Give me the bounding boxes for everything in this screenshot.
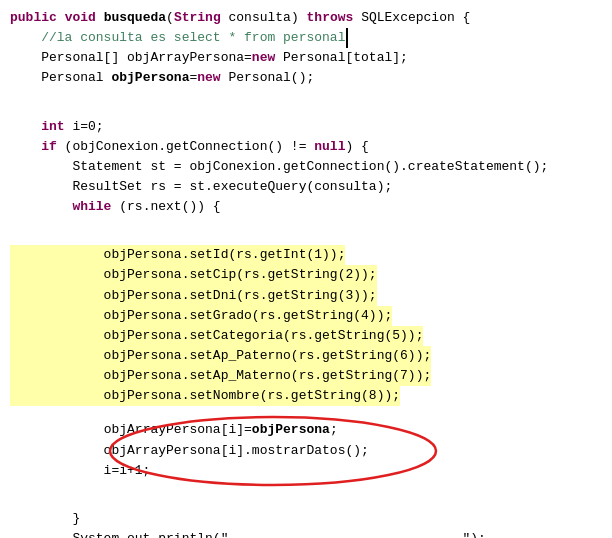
code-editor: public void busqueda(String consulta) th… [0, 0, 612, 538]
code-line-2: //la consulta es select * from personal [0, 28, 612, 48]
code-line-23: objArrayPersona[i]=objPersona; [0, 420, 612, 440]
circled-section: objArrayPersona[i]=objPersona; objArrayP… [0, 420, 612, 480]
code-line-13 [0, 231, 612, 245]
code-line-6 [0, 103, 612, 117]
code-line-7: int i=0; [0, 117, 612, 137]
code-line-14: objPersona.setId(rs.getInt(1)); [0, 245, 612, 265]
code-line-10: ResultSet rs = st.executeQuery(consulta)… [0, 177, 612, 197]
code-line-20: objPersona.setAp_Materno(rs.getString(7)… [0, 366, 612, 386]
keyword-void: void [65, 8, 96, 28]
code-line-12 [0, 217, 612, 231]
code-line-22 [0, 406, 612, 420]
code-line-5 [0, 89, 612, 103]
code-line-3: Personal[] objArrayPersona=new Personal[… [0, 48, 612, 68]
code-line-18: objPersona.setCategoria(rs.getString(5))… [0, 326, 612, 346]
keyword-public: public [10, 8, 57, 28]
code-line-16: objPersona.setDni(rs.getString(3)); [0, 286, 612, 306]
code-line-11: while (rs.next()) { [0, 197, 612, 217]
code-line-27 [0, 495, 612, 509]
code-line-25: i=i+1; [0, 461, 612, 481]
code-line-21: objPersona.setNombre(rs.getString(8)); [0, 386, 612, 406]
code-line-4: Personal objPersona=new Personal(); [0, 68, 612, 88]
code-line-28: } [0, 509, 612, 529]
code-line-9: Statement st = objConexion.getConnection… [0, 157, 612, 177]
code-line-15: objPersona.setCip(rs.getString(2)); [0, 265, 612, 285]
code-line-26 [0, 481, 612, 495]
code-line-17: objPersona.setGrado(rs.getString(4)); [0, 306, 612, 326]
code-line-24: objArrayPersona[i].mostrarDatos(); [0, 441, 612, 461]
code-line-1: public void busqueda(String consulta) th… [0, 8, 612, 28]
code-line-19: objPersona.setAp_Paterno(rs.getString(6)… [0, 346, 612, 366]
code-line-8: if (objConexion.getConnection() != null)… [0, 137, 612, 157]
code-line-29: System.out.println("--------------------… [0, 529, 612, 538]
